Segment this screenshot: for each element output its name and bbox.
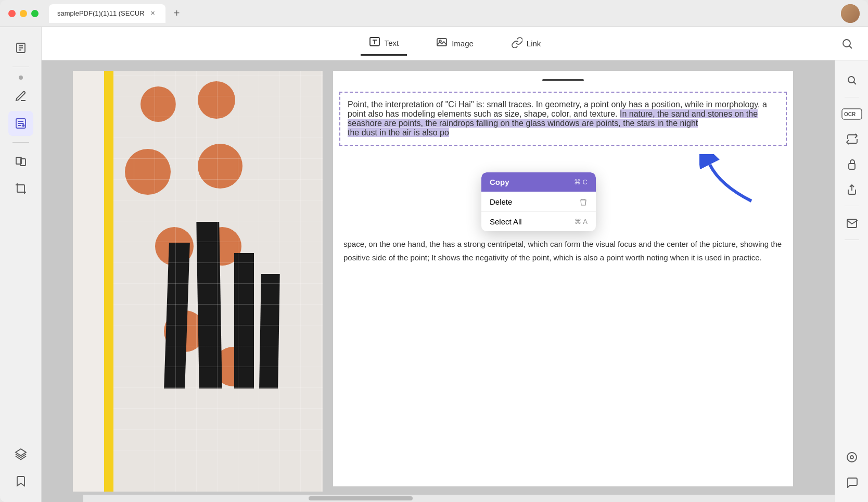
left-sidebar: [0, 27, 42, 502]
horizontal-scrollbar[interactable]: [83, 495, 835, 502]
toolbar: Text Image Link: [42, 27, 868, 60]
copy-shortcut: ⌘ C: [574, 178, 588, 186]
sidebar-item-layers[interactable]: [8, 442, 33, 467]
tab-close-button[interactable]: ✕: [149, 9, 157, 18]
sidebar-divider-2: [12, 142, 29, 143]
app-container: Text Image Link: [0, 27, 868, 502]
sidebar-item-pages[interactable]: [8, 149, 33, 174]
tab-bar: samplePDF(1)(1)11 (SECUR ✕ +: [49, 4, 860, 23]
sidebar-item-document[interactable]: [8, 35, 33, 60]
context-menu-delete[interactable]: Delete: [481, 192, 596, 211]
minimize-button[interactable]: [20, 10, 27, 17]
yellow-stripe: [104, 71, 113, 492]
sidebar-item-bookmark[interactable]: [8, 469, 33, 494]
svg-line-30: [853, 82, 856, 85]
content-area: Point, the interpretation of "Ci Hai" is…: [42, 60, 868, 502]
toolbar-text-label: Text: [385, 39, 399, 47]
delete-label: Delete: [490, 197, 512, 206]
traffic-lights: [8, 10, 39, 17]
titlebar: samplePDF(1)(1)11 (SECUR ✕ +: [0, 0, 868, 27]
toolbar-image-button[interactable]: Image: [428, 32, 482, 55]
right-sidebar-divider-2: [845, 206, 859, 206]
sidebar-item-annotation[interactable]: [8, 111, 33, 136]
pdf-image-section: [73, 71, 323, 492]
avatar-image: [841, 4, 860, 23]
right-sidebar-divider-3: [845, 240, 859, 240]
select-all-shortcut: ⌘ A: [575, 218, 588, 225]
new-tab-button[interactable]: +: [170, 6, 184, 21]
art-image: [73, 71, 323, 492]
svg-line-24: [849, 46, 852, 48]
toolbar-link-button[interactable]: Link: [503, 32, 550, 55]
text-paragraph-2: space, on the one hand, the has a strong…: [343, 237, 783, 265]
tab-title: samplePDF(1)(1)11 (SECUR: [57, 9, 145, 17]
svg-rect-21: [437, 39, 446, 46]
svg-text:OCR: OCR: [844, 111, 856, 117]
toolbar-text-button[interactable]: Text: [361, 32, 407, 56]
right-sidebar: OCR: [835, 60, 868, 502]
sidebar-item-edit[interactable]: [8, 84, 33, 109]
link-tool-icon: [511, 36, 522, 51]
mail-button[interactable]: [840, 211, 863, 234]
scrollbar-thumb[interactable]: [309, 496, 413, 500]
svg-point-29: [848, 77, 854, 83]
copy-label: Copy: [490, 178, 509, 186]
context-menu: Copy ⌘ C Delete Select All ⌘ A: [481, 172, 596, 231]
pdf-text-section: Point, the interpretation of "Ci Hai" is…: [333, 71, 793, 486]
avatar[interactable]: [841, 4, 860, 23]
sidebar-divider-1: [12, 67, 29, 67]
paragraph2-text: space, on the one hand, the has a strong…: [343, 240, 782, 262]
close-button[interactable]: [8, 10, 16, 17]
context-menu-copy[interactable]: Copy ⌘ C: [481, 172, 596, 192]
share-button[interactable]: [840, 178, 863, 200]
context-menu-select-all[interactable]: Select All ⌘ A: [481, 212, 596, 231]
top-underline: [542, 79, 584, 81]
pdf-page: Point, the interpretation of "Ci Hai" is…: [42, 60, 868, 502]
text-selection-box: Point, the interpretation of "Ci Hai" is…: [339, 92, 787, 146]
sidebar-indicator: [19, 76, 23, 80]
right-sidebar-divider-1: [845, 97, 859, 97]
search-sidebar-button[interactable]: [840, 69, 863, 92]
chat-sidebar-button[interactable]: [840, 471, 863, 494]
text-tool-icon: [369, 36, 380, 50]
toolbar-link-label: Link: [527, 39, 541, 48]
sidebar-item-crop[interactable]: [8, 176, 33, 201]
image-tool-icon: [436, 36, 448, 51]
svg-point-23: [843, 40, 850, 47]
maximize-button[interactable]: [31, 10, 39, 17]
select-all-label: Select All: [490, 217, 522, 226]
active-tab[interactable]: samplePDF(1)(1)11 (SECUR ✕: [49, 4, 165, 23]
svg-point-36: [850, 456, 853, 459]
svg-rect-12: [17, 185, 24, 192]
protect-button[interactable]: [840, 153, 863, 175]
svg-point-35: [847, 453, 857, 462]
delete-shortcut: [579, 198, 588, 206]
svg-rect-33: [849, 164, 855, 169]
toolbar-right: [837, 27, 858, 60]
toolbar-image-label: Image: [452, 39, 474, 48]
save-sidebar-button[interactable]: [840, 446, 863, 469]
svg-point-8: [22, 124, 24, 127]
search-button[interactable]: [837, 33, 858, 54]
convert-button[interactable]: [840, 128, 863, 150]
ocr-button[interactable]: OCR: [840, 103, 863, 126]
text-highlighted-cont: the dust in the air is also po: [348, 128, 449, 137]
blue-arrow-annotation: [699, 154, 762, 206]
